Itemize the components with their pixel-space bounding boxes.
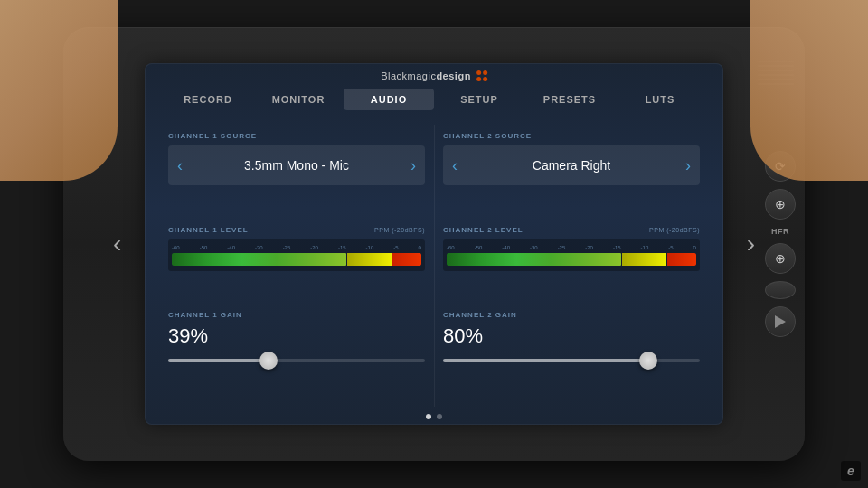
logo-dots <box>476 70 487 81</box>
nav-right-arrow[interactable]: › <box>747 230 755 258</box>
screen: Blackmagicdesign RECORD MONITOR AUDIO SE… <box>145 63 723 425</box>
channel1-meter: -60 -50 -40 -30 -25 -20 -15 -10 -5 0 <box>168 239 425 271</box>
channel1-slider-thumb[interactable] <box>259 352 278 370</box>
channel2-next-arrow[interactable]: › <box>685 156 691 175</box>
channel2-source-section: CHANNEL 2 SOURCE ‹ Camera Right › <box>434 125 709 219</box>
channel1-level-header: CHANNEL 1 LEVEL PPM (-20dBFS) <box>168 226 425 234</box>
menu-button[interactable] <box>765 281 796 299</box>
pagination-dot-2[interactable] <box>437 414 442 419</box>
channel1-red-segment <box>392 253 421 266</box>
camera-body: ⟳ ⊕ HFR ⊕ ‹ › Blackmagicdesign RECORD MO… <box>63 27 805 461</box>
channel1-gain-label: CHANNEL 1 GAIN <box>168 311 425 319</box>
channel1-source-section: CHANNEL 1 SOURCE ‹ 3.5mm Mono - Mic › <box>159 125 434 219</box>
pagination-dot-1[interactable] <box>426 414 431 419</box>
channel1-gain-section: CHANNEL 1 GAIN 39% <box>159 304 434 407</box>
channel1-level-unit: PPM (-20dBFS) <box>374 227 425 233</box>
channel1-next-arrow[interactable]: › <box>410 156 416 175</box>
tab-monitor[interactable]: MONITOR <box>253 89 344 110</box>
channel1-level-section: CHANNEL 1 LEVEL PPM (-20dBFS) -60 -50 -4… <box>159 219 434 305</box>
channel2-gain-slider[interactable] <box>443 359 700 362</box>
channel2-level-label: CHANNEL 2 LEVEL <box>443 226 524 234</box>
channel2-meter: -60 -50 -40 -30 -25 -20 -15 -10 -5 0 <box>443 239 700 271</box>
tab-luts[interactable]: LUTS <box>615 89 705 110</box>
channel1-source-label: CHANNEL 1 SOURCE <box>168 132 425 140</box>
play-button[interactable] <box>765 306 796 337</box>
channel2-level-header: CHANNEL 2 LEVEL PPM (-20dBFS) <box>443 226 700 234</box>
hfr-label: HFR <box>771 227 789 236</box>
content-area: CHANNEL 1 SOURCE ‹ 3.5mm Mono - Mic › CH… <box>145 125 723 407</box>
channel2-slider-thumb[interactable] <box>639 352 657 370</box>
channel2-red-segment <box>667 253 696 266</box>
channel2-level-section: CHANNEL 2 LEVEL PPM (-20dBFS) -60 -50 -4… <box>434 219 709 305</box>
engadget-watermark: e <box>841 461 861 481</box>
tab-bar: RECORD MONITOR AUDIO SETUP PRESETS LUTS <box>145 89 723 110</box>
tab-presets[interactable]: PRESETS <box>524 89 615 110</box>
pagination-dots <box>426 414 442 419</box>
channel2-green-segment <box>447 253 621 266</box>
channel2-slider-fill <box>443 359 648 362</box>
hand-right <box>750 0 868 181</box>
channel2-gain-value: 80% <box>443 324 700 348</box>
hand-left <box>0 0 118 181</box>
channel2-level-unit: PPM (-20dBFS) <box>649 227 700 233</box>
tab-audio[interactable]: AUDIO <box>344 89 434 110</box>
channel1-source-selector[interactable]: ‹ 3.5mm Mono - Mic › <box>168 145 425 185</box>
blackmagic-logo: Blackmagicdesign <box>381 70 487 81</box>
tab-setup[interactable]: SETUP <box>434 89 524 110</box>
plus-button[interactable]: ⊕ <box>765 189 796 220</box>
channel2-source-selector[interactable]: ‹ Camera Right › <box>443 145 700 185</box>
channel2-yellow-segment <box>622 253 665 266</box>
channel1-gain-value: 39% <box>168 324 425 348</box>
channel1-gain-slider[interactable] <box>168 359 425 362</box>
brand-name: Blackmagicdesign <box>381 70 471 81</box>
channel1-meter-bars <box>172 253 421 266</box>
channel2-gain-label: CHANNEL 2 GAIN <box>443 311 700 319</box>
channel2-source-label: CHANNEL 2 SOURCE <box>443 132 700 140</box>
channel2-source-value: Camera Right <box>458 158 685 173</box>
tab-record[interactable]: RECORD <box>163 89 253 110</box>
channel1-source-value: 3.5mm Mono - Mic <box>183 158 410 173</box>
zoom-button[interactable]: ⊕ <box>765 243 796 274</box>
channel1-level-label: CHANNEL 1 LEVEL <box>168 226 249 234</box>
nav-left-arrow[interactable]: ‹ <box>113 230 121 258</box>
channel1-yellow-segment <box>347 253 391 266</box>
channel2-gain-section: CHANNEL 2 GAIN 80% <box>434 304 709 407</box>
channel1-green-segment <box>172 253 346 266</box>
channel1-meter-scale: -60 -50 -40 -30 -25 -20 -15 -10 -5 0 <box>172 245 421 250</box>
channel2-meter-bars <box>447 253 696 266</box>
channel2-meter-scale: -60 -50 -40 -30 -25 -20 -15 -10 -5 0 <box>447 245 696 250</box>
channel1-slider-fill <box>168 359 269 362</box>
